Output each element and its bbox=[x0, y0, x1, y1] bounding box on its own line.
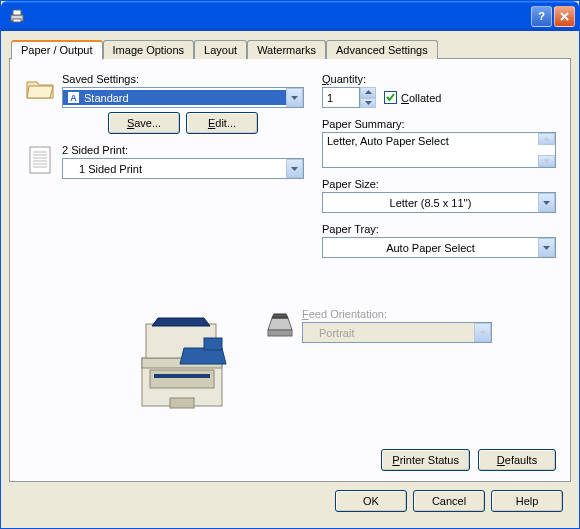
chevron-down-icon[interactable] bbox=[538, 155, 555, 167]
paper-tray-value: Auto Paper Select bbox=[323, 241, 538, 255]
chevron-down-icon[interactable] bbox=[360, 98, 376, 109]
chevron-up-icon[interactable] bbox=[538, 133, 555, 145]
svg-text:?: ? bbox=[538, 10, 545, 22]
quantity-stepper[interactable] bbox=[322, 87, 376, 108]
saved-settings-select[interactable]: A Standard bbox=[62, 87, 304, 108]
two-sided-block: 2 Sided Print: 1 Sided Print bbox=[24, 144, 304, 179]
a-icon: A bbox=[67, 91, 80, 104]
svg-rect-4 bbox=[30, 147, 50, 173]
two-sided-value: 1 Sided Print bbox=[63, 162, 286, 176]
tab-advanced-settings[interactable]: Advanced Settings bbox=[326, 40, 438, 59]
save-button[interactable]: Save... bbox=[108, 112, 180, 134]
tabpanel-paper-output: Saved Settings: A Standard bbox=[9, 58, 571, 482]
quantity-label: Quantity: bbox=[322, 73, 556, 85]
paper-size-value: Letter (8.5 x 11'') bbox=[323, 196, 538, 210]
paper-tray-label: Paper Tray: bbox=[322, 223, 556, 235]
svg-rect-1 bbox=[13, 10, 21, 15]
edit-button[interactable]: Edit... bbox=[186, 112, 258, 134]
chevron-down-icon bbox=[474, 323, 491, 342]
chevron-down-icon[interactable] bbox=[538, 238, 555, 257]
two-sided-label: 2 Sided Print: bbox=[62, 144, 304, 156]
defaults-button[interactable]: Defaults bbox=[478, 449, 556, 471]
paper-summary-value: Letter, Auto Paper Select bbox=[327, 135, 449, 147]
saved-settings-value: Standard bbox=[84, 92, 129, 104]
svg-rect-15 bbox=[150, 370, 214, 388]
chevron-down-icon[interactable] bbox=[538, 193, 555, 212]
tab-image-options[interactable]: Image Options bbox=[103, 40, 195, 59]
chevron-down-icon[interactable] bbox=[286, 159, 303, 178]
printer-status-button[interactable]: Printer Status bbox=[381, 449, 470, 471]
tab-watermarks[interactable]: Watermarks bbox=[247, 40, 326, 59]
context-help-button[interactable]: ? bbox=[531, 6, 552, 27]
collated-label: Collated bbox=[401, 92, 441, 104]
ok-button[interactable]: OK bbox=[335, 490, 407, 512]
help-button[interactable]: Help bbox=[491, 490, 563, 512]
preview-area: Feed Orientation: Portrait bbox=[24, 268, 556, 443]
tabstrip: Paper / Output Image Options Layout Wate… bbox=[11, 39, 571, 58]
svg-marker-20 bbox=[268, 318, 292, 330]
saved-settings-label: Saved Settings: bbox=[62, 73, 304, 85]
scanner-icon bbox=[264, 308, 296, 340]
svg-marker-14 bbox=[152, 318, 210, 326]
paper-size-select[interactable]: Letter (8.5 x 11'') bbox=[322, 192, 556, 213]
feed-orientation-value: Portrait bbox=[303, 326, 474, 340]
svg-rect-21 bbox=[268, 330, 292, 336]
paper-summary-box: Letter, Auto Paper Select bbox=[322, 132, 556, 168]
print-properties-window: ? Paper / Output Image Options Layout Wa… bbox=[0, 0, 580, 529]
chevron-down-icon[interactable] bbox=[286, 88, 303, 107]
paper-summary-label: Paper Summary: bbox=[322, 118, 556, 130]
feed-orientation-select: Portrait bbox=[302, 322, 492, 343]
two-sided-select[interactable]: 1 Sided Print bbox=[62, 158, 304, 179]
printer-illustration bbox=[124, 308, 244, 420]
cancel-button[interactable]: Cancel bbox=[413, 490, 485, 512]
svg-rect-19 bbox=[170, 398, 194, 408]
quantity-input[interactable] bbox=[322, 87, 360, 108]
svg-rect-16 bbox=[154, 374, 210, 378]
document-icon bbox=[24, 144, 56, 176]
paper-size-label: Paper Size: bbox=[322, 178, 556, 190]
saved-settings-block: Saved Settings: A Standard bbox=[24, 73, 304, 134]
tab-layout[interactable]: Layout bbox=[194, 40, 247, 59]
chevron-up-icon[interactable] bbox=[360, 87, 376, 98]
feed-orientation-label: Feed Orientation: bbox=[302, 308, 492, 320]
checkbox-icon bbox=[384, 91, 397, 104]
titlebar: ? bbox=[1, 1, 579, 31]
client-area: Paper / Output Image Options Layout Wate… bbox=[1, 31, 579, 528]
close-button[interactable] bbox=[554, 6, 575, 27]
svg-rect-2 bbox=[13, 19, 21, 22]
folder-icon bbox=[24, 73, 56, 105]
printer-icon bbox=[9, 8, 25, 24]
collated-checkbox[interactable]: Collated bbox=[384, 91, 441, 104]
tab-paper-output[interactable]: Paper / Output bbox=[11, 40, 103, 60]
svg-marker-22 bbox=[272, 314, 288, 318]
paper-tray-select[interactable]: Auto Paper Select bbox=[322, 237, 556, 258]
svg-rect-18 bbox=[204, 338, 222, 350]
